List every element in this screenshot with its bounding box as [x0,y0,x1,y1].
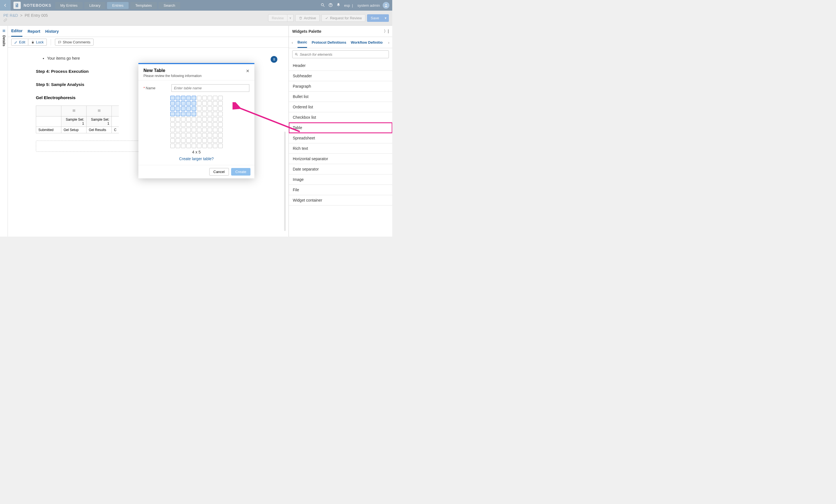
table-name-input[interactable] [171,84,249,92]
grid-cell[interactable] [197,106,202,111]
grid-cell[interactable] [202,133,207,137]
grid-cell[interactable] [213,106,217,111]
grid-cell[interactable] [192,138,196,143]
palette-item-bullet-list[interactable]: Bullet list [289,92,392,102]
grid-cell[interactable] [170,144,175,148]
grid-cell[interactable] [176,117,180,121]
tab-editor[interactable]: Editor [11,26,22,37]
user-name[interactable]: system admin [358,3,380,7]
grid-cell[interactable] [218,106,223,111]
nav-back-button[interactable] [0,0,11,11]
palette-item-file[interactable]: File [289,185,392,195]
nav-tab-my-entries[interactable]: My Entries [55,2,82,9]
review-button[interactable]: Review [268,14,287,22]
grid-cell[interactable] [202,144,207,148]
grid-cell[interactable] [186,144,191,148]
grid-cell[interactable] [213,133,217,137]
grid-cell[interactable] [181,128,186,132]
grid-cell[interactable] [213,122,217,127]
grid-cell[interactable] [176,122,180,127]
bell-icon[interactable] [336,3,341,8]
palette-item-rich-text[interactable]: Rich text [289,143,392,154]
tab-history[interactable]: History [45,26,59,36]
breadcrumb-parent[interactable]: PE R&D [3,13,18,18]
grid-cell[interactable] [192,122,196,127]
permalink-icon[interactable] [3,18,48,23]
search-icon[interactable] [321,3,325,8]
grid-cell[interactable] [170,106,175,111]
grid-cell[interactable] [170,128,175,132]
grid-cell[interactable] [197,101,202,105]
palette-item-spreadsheet[interactable]: Spreadsheet [289,133,392,143]
grid-cell[interactable] [186,112,191,116]
collapse-palette-icon[interactable]: 〉| [384,29,389,34]
edit-button[interactable]: Edit [11,39,28,46]
grid-cell[interactable] [208,144,212,148]
nav-tab-templates[interactable]: Templates [130,2,157,9]
grid-cell[interactable] [208,96,212,100]
rail-menu-icon[interactable] [2,28,6,34]
grid-cell[interactable] [208,122,212,127]
palette-tab-protocol[interactable]: Protocol Definitions [311,38,346,47]
save-button[interactable]: Save [367,14,383,22]
scrollbar[interactable] [284,132,286,231]
grid-cell[interactable] [176,144,180,148]
palette-item-widget-container[interactable]: Widget container [289,195,392,206]
grid-cell[interactable] [170,101,175,105]
palette-scroll-right[interactable]: › [388,40,390,45]
grid-cell[interactable] [192,128,196,132]
grid-cell[interactable] [186,133,191,137]
palette-scroll-left[interactable]: ‹ [292,40,293,45]
grid-cell[interactable] [213,138,217,143]
grid-cell[interactable] [197,96,202,100]
grid-cell[interactable] [192,133,196,137]
grid-cell[interactable] [186,96,191,100]
grid-cell[interactable] [176,112,180,116]
grid-cell[interactable] [170,96,175,100]
nav-tab-search[interactable]: Search [158,2,180,9]
grid-cell[interactable] [202,112,207,116]
palette-item-date-separator[interactable]: Date separator [289,164,392,174]
grid-cell[interactable] [176,128,180,132]
grid-cell[interactable] [208,138,212,143]
grid-cell[interactable] [181,144,186,148]
grid-cell[interactable] [202,138,207,143]
grid-cell[interactable] [208,106,212,111]
grid-cell[interactable] [181,117,186,121]
lock-button[interactable]: Lock [28,39,46,46]
grid-cell[interactable] [186,138,191,143]
grid-cell[interactable] [181,138,186,143]
create-larger-table-link[interactable]: Create larger table? [144,156,249,161]
grid-cell[interactable] [181,106,186,111]
request-review-button[interactable]: Request for Review [321,14,365,22]
grid-cell[interactable] [202,101,207,105]
grid-cell[interactable] [197,117,202,121]
cancel-button[interactable]: Cancel [209,168,229,176]
grid-cell[interactable] [218,96,223,100]
palette-search-input[interactable] [300,52,386,57]
grid-cell[interactable] [213,117,217,121]
grid-cell[interactable] [176,96,180,100]
grid-size-picker[interactable] [170,96,223,148]
grid-cell[interactable] [170,133,175,137]
grid-cell[interactable] [208,112,212,116]
grid-cell[interactable] [208,133,212,137]
grid-cell[interactable] [213,128,217,132]
grid-cell[interactable] [208,117,212,121]
nav-tab-library[interactable]: Library [84,2,106,9]
grid-cell[interactable] [202,122,207,127]
archive-button[interactable]: Archive [295,14,320,22]
grid-cell[interactable] [213,96,217,100]
grid-cell[interactable] [202,106,207,111]
grid-cell[interactable] [170,112,175,116]
grid-cell[interactable] [208,101,212,105]
grid-cell[interactable] [213,144,217,148]
grid-cell[interactable] [192,112,196,116]
grid-cell[interactable] [197,144,202,148]
palette-item-paragraph[interactable]: Paragraph [289,81,392,92]
grid-cell[interactable] [218,122,223,127]
palette-tab-workflow[interactable]: Workflow Definitio [351,38,383,47]
grid-cell[interactable] [181,133,186,137]
palette-item-table[interactable]: Table [289,123,392,133]
grid-cell[interactable] [186,106,191,111]
